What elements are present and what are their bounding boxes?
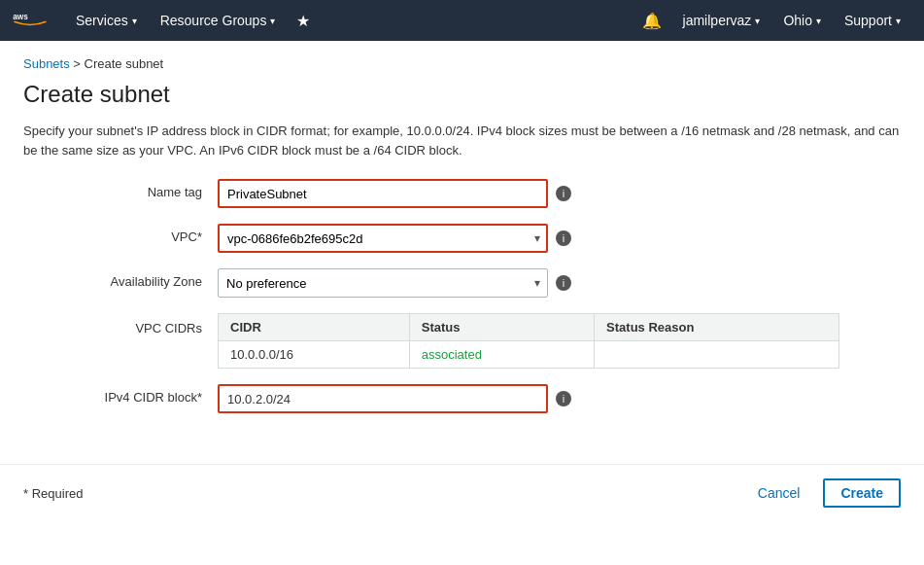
support-label: Support [844,13,892,28]
resource-groups-menu[interactable]: Resource Groups ▾ [149,0,288,41]
ipv4-rest-input[interactable] [317,387,546,411]
vpc-field: vpc-0686fe6b2fe695c2d ▾ i [218,224,571,253]
resource-groups-label: Resource Groups [160,13,267,28]
name-tag-info-icon[interactable]: i [556,186,571,201]
region-menu[interactable]: Ohio ▾ [771,0,833,41]
user-menu[interactable]: jamilpervaz ▾ [671,0,772,41]
page-title: Create subnet [23,81,901,108]
vpc-row: VPC* vpc-0686fe6b2fe695c2d ▾ i [23,224,859,253]
name-tag-input[interactable] [218,179,548,208]
user-chevron-icon: ▾ [755,16,760,26]
vpc-cidrs-label: VPC CIDRs [23,313,218,335]
az-select[interactable]: No preference [218,268,548,298]
region-chevron-icon: ▾ [816,16,821,26]
aws-logo[interactable]: aws [12,7,49,34]
az-field: No preference ▾ i [218,268,571,298]
page-description: Specify your subnet's IP address block i… [23,122,901,159]
ipv4-prefix-input[interactable] [220,387,317,411]
favorites-star-icon[interactable]: ★ [287,12,320,30]
status-reason-value [595,341,839,369]
create-button[interactable]: Create [823,478,901,508]
form-footer: * Required Cancel Create [0,464,924,521]
required-note: * Required [23,486,83,501]
vpc-info-icon[interactable]: i [556,230,571,246]
cancel-button[interactable]: Cancel [744,478,814,508]
support-menu[interactable]: Support ▾ [833,0,912,41]
ipv4-cidr-row: IPv4 CIDR block* i [23,384,859,413]
ipv4-cidr-field: i [218,384,571,413]
vpc-cidrs-row: VPC CIDRs CIDR Status Status Reason 10.0… [23,313,859,369]
resource-groups-chevron-icon: ▾ [270,16,275,26]
user-label: jamilpervaz [683,13,752,28]
cidr-header: CIDR [219,314,410,341]
ipv4-cidr-label: IPv4 CIDR block* [23,384,218,405]
services-menu[interactable]: Services ▾ [64,0,149,41]
az-row: Availability Zone No preference ▾ i [23,268,859,298]
vpc-cidrs-table-container: CIDR Status Status Reason 10.0.0.0/16 as… [218,313,839,369]
status-value: associated [409,341,594,369]
ipv4-info-icon[interactable]: i [556,391,571,406]
ipv4-input-wrapper [218,384,548,413]
breadcrumb: Subnets > Create subnet [23,56,901,71]
table-row: 10.0.0.0/16 associated [219,341,839,369]
breadcrumb-subnets-link[interactable]: Subnets [23,56,70,71]
cidr-value: 10.0.0.0/16 [219,341,410,369]
az-label: Availability Zone [23,268,218,289]
status-header: Status [409,314,594,341]
region-label: Ohio [783,13,812,28]
cidr-table-header-row: CIDR Status Status Reason [219,314,839,341]
notifications-bell-icon[interactable]: 🔔 [633,12,671,30]
status-reason-header: Status Reason [595,314,839,341]
az-select-wrapper: No preference ▾ [218,268,548,298]
breadcrumb-current: Create subnet [85,56,164,71]
vpc-select[interactable]: vpc-0686fe6b2fe695c2d [218,224,548,253]
breadcrumb-separator: > [73,56,84,71]
page-content: Subnets > Create subnet Create subnet Sp… [0,41,924,444]
name-tag-row: Name tag i [23,179,859,208]
az-info-icon[interactable]: i [556,275,571,291]
name-tag-label: Name tag [23,179,218,199]
nav-right: 🔔 jamilpervaz ▾ Ohio ▾ Support ▾ [633,0,912,41]
create-subnet-form: Name tag i VPC* vpc-0686fe6b2fe695c2d ▾ … [23,179,859,413]
services-label: Services [76,13,128,28]
vpc-select-wrapper: vpc-0686fe6b2fe695c2d ▾ [218,224,548,253]
navbar: aws Services ▾ Resource Groups ▾ ★ 🔔 jam… [0,0,924,41]
cidr-table: CIDR Status Status Reason 10.0.0.0/16 as… [218,313,839,369]
footer-buttons: Cancel Create [744,478,901,508]
vpc-label: VPC* [23,224,218,244]
svg-text:aws: aws [13,13,28,21]
name-tag-field: i [218,179,571,208]
support-chevron-icon: ▾ [896,16,901,26]
services-chevron-icon: ▾ [132,16,137,26]
